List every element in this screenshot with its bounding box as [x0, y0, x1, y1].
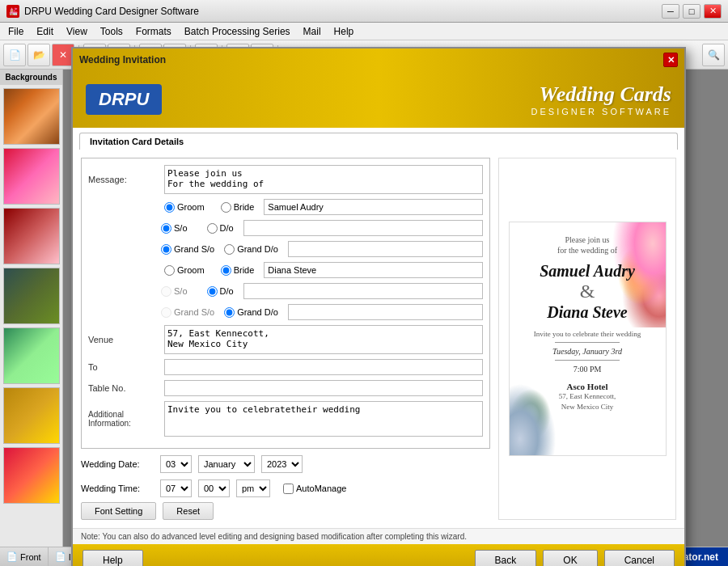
- so-input[interactable]: [243, 220, 483, 236]
- radio-bride2-label[interactable]: Bride: [221, 265, 255, 276]
- automanage-label[interactable]: AutoManage: [283, 484, 346, 494]
- bride-grand-do-input[interactable]: [288, 304, 483, 320]
- menu-tools[interactable]: Tools: [95, 24, 128, 39]
- card-text-content: Please join us for the wedding of Samuel…: [527, 222, 648, 415]
- bride-do-input[interactable]: [243, 283, 483, 299]
- message-input[interactable]: Please join us For the wedding of: [164, 165, 483, 194]
- tool-search-zoom[interactable]: 🔍: [702, 44, 725, 66]
- tool-open[interactable]: 📂: [28, 44, 50, 66]
- table-no-input[interactable]: [164, 380, 483, 396]
- radio-bride-grand-do[interactable]: [224, 307, 235, 318]
- radio-bride-grand-so-label[interactable]: Grand S/o: [161, 307, 214, 318]
- grand-do-text: Grand D/o: [237, 244, 278, 254]
- radio-bride2[interactable]: [221, 265, 231, 276]
- tab-invitation-card-details[interactable]: Invitation Card Details: [79, 133, 678, 150]
- wedding-ampm-select[interactable]: pm am: [236, 479, 270, 497]
- radio-do[interactable]: [207, 223, 218, 234]
- bride-grand-row: Grand S/o Grand D/o: [88, 304, 483, 320]
- groom-name-input[interactable]: [264, 199, 483, 215]
- radio-grand-do[interactable]: [224, 244, 235, 255]
- form-panel: Message: Please join us For the wedding …: [81, 158, 490, 520]
- additional-input[interactable]: Invite you to celebratetheir wedding: [164, 401, 483, 437]
- radio-groom-label[interactable]: Groom: [164, 202, 205, 213]
- wedding-year-select[interactable]: 2023: [261, 455, 303, 473]
- groom-text: Groom: [177, 202, 205, 212]
- bg-thumb-3[interactable]: [3, 208, 60, 264]
- back-button[interactable]: Back: [475, 550, 537, 566]
- radio-bride-do-label[interactable]: D/o: [207, 286, 234, 297]
- table-no-label: Table No.: [88, 383, 161, 393]
- bg-thumb-1[interactable]: [3, 88, 60, 145]
- radio-do-label[interactable]: D/o: [207, 223, 234, 234]
- radio-groom2-label[interactable]: Groom: [164, 265, 205, 276]
- radio-bride-label[interactable]: Bride: [221, 202, 255, 213]
- radio-grand-so[interactable]: [161, 244, 171, 255]
- radio-groom[interactable]: [164, 202, 175, 213]
- tool-new[interactable]: 📄: [3, 44, 26, 66]
- sidebar: Backgrounds: [0, 70, 63, 547]
- close-button[interactable]: ✕: [704, 4, 722, 19]
- automanage-checkbox[interactable]: [283, 484, 294, 494]
- radio-bride-grand-do-label[interactable]: Grand D/o: [224, 307, 278, 318]
- message-row: Message: Please join us For the wedding …: [88, 165, 483, 194]
- wedding-hour-select[interactable]: 07: [160, 479, 192, 497]
- reset-button[interactable]: Reset: [163, 502, 214, 520]
- wedding-date-row: Wedding Date: 03 January 2023: [81, 455, 490, 473]
- bride-grand-so-text: Grand S/o: [174, 307, 214, 317]
- radio-so-label[interactable]: S/o: [161, 223, 188, 234]
- front-icon: 📄: [6, 551, 18, 562]
- to-input[interactable]: [164, 359, 483, 375]
- wedding-day-select[interactable]: 03: [160, 455, 192, 473]
- card-preview-inner: Please join us for the wedding of Samuel…: [509, 222, 667, 456]
- minimize-button[interactable]: ─: [662, 4, 679, 19]
- font-setting-button[interactable]: Font Setting: [81, 502, 156, 520]
- ok-button[interactable]: OK: [543, 550, 597, 566]
- bride-so-do-row: S/o D/o: [88, 283, 483, 299]
- help-button[interactable]: Help: [83, 550, 143, 566]
- card-date: Tuesday, January 3rd: [534, 347, 641, 356]
- radio-so[interactable]: [161, 223, 171, 234]
- radio-bride-do[interactable]: [207, 286, 218, 297]
- bg-thumb-2[interactable]: [3, 148, 60, 205]
- automanage-text: AutoManage: [296, 484, 346, 493]
- cancel-button[interactable]: Cancel: [604, 550, 675, 566]
- radio-grand-do-label[interactable]: Grand D/o: [224, 244, 278, 255]
- menu-edit[interactable]: Edit: [32, 24, 58, 39]
- dialog-main-content: Message: Please join us For the wedding …: [73, 150, 684, 528]
- note-bar: Note: You can also do advanced level edi…: [73, 528, 684, 544]
- status-front[interactable]: 📄 Front: [0, 547, 49, 566]
- bg-thumb-6[interactable]: [3, 387, 60, 444]
- grand-so-input[interactable]: [288, 241, 483, 257]
- menu-mail[interactable]: Mail: [298, 24, 326, 39]
- menu-view[interactable]: View: [61, 24, 92, 39]
- maximize-button[interactable]: □: [683, 4, 700, 19]
- radio-bride-so-label[interactable]: S/o: [161, 286, 188, 297]
- bride-name-input[interactable]: [264, 262, 483, 278]
- menu-file[interactable]: File: [3, 24, 28, 39]
- drpu-logo: DRPU: [86, 84, 162, 115]
- bg-thumb-4[interactable]: [3, 268, 60, 324]
- dialog-close-button[interactable]: ✕: [663, 53, 678, 67]
- card-invite-text: Please join us: [534, 235, 641, 244]
- radio-bride[interactable]: [221, 202, 231, 213]
- card-divider-1: [555, 342, 620, 343]
- radio-bride-grand-so[interactable]: [161, 307, 171, 318]
- tab-bar: Invitation Card Details: [73, 128, 684, 150]
- so-text: S/o: [174, 223, 188, 233]
- wedding-month-select[interactable]: January: [198, 455, 255, 473]
- radio-grand-so-label[interactable]: Grand S/o: [161, 244, 214, 255]
- app-icon: 💒: [6, 5, 19, 18]
- header-title-big: Wedding Cards: [531, 82, 671, 107]
- radio-groom2[interactable]: [164, 265, 175, 276]
- bg-thumb-5[interactable]: [3, 327, 60, 384]
- form-buttons-row: Font Setting Reset: [81, 502, 490, 520]
- radio-bride-so[interactable]: [161, 286, 171, 297]
- bg-thumb-7[interactable]: [3, 447, 60, 504]
- menu-formats[interactable]: Formats: [131, 24, 176, 39]
- venue-input[interactable]: 57, East Kennecott, New Mexico City: [164, 325, 483, 354]
- wedding-minute-select[interactable]: 00: [198, 479, 230, 497]
- card-preview: Please join us for the wedding of Samuel…: [498, 158, 676, 520]
- wedding-date-label: Wedding Date:: [81, 459, 154, 469]
- menu-batch[interactable]: Batch Processing Series: [180, 24, 295, 39]
- menu-help[interactable]: Help: [329, 24, 359, 39]
